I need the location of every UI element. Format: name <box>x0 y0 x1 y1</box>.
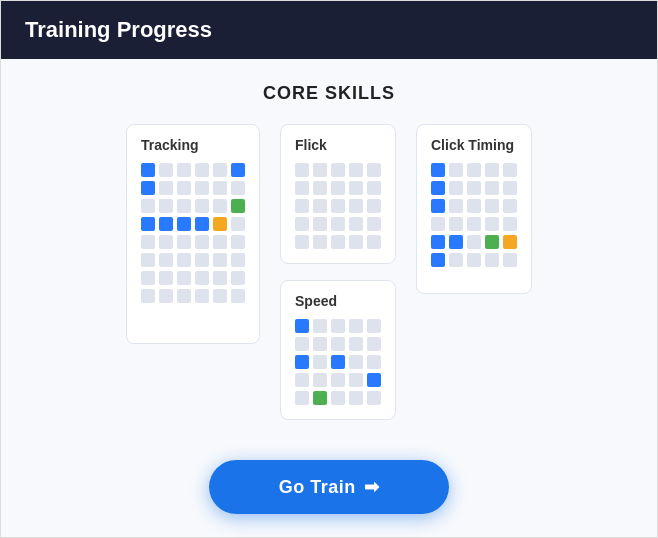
click-timing-card: Click Timing <box>416 124 532 294</box>
speed-card: Speed <box>280 280 396 420</box>
arrow-icon: ➡ <box>364 477 380 497</box>
tracking-title: Tracking <box>141 137 245 153</box>
go-train-button[interactable]: Go Train➡ <box>209 460 450 514</box>
header-title: Training Progress <box>25 17 212 42</box>
header: Training Progress <box>1 1 657 59</box>
section-title: CORE SKILLS <box>263 83 395 104</box>
tracking-card: Tracking <box>126 124 260 344</box>
click-timing-grid <box>431 163 517 267</box>
middle-col: Flick Speed <box>280 124 396 420</box>
skills-grid: Tracking <box>126 124 532 420</box>
click-timing-title: Click Timing <box>431 137 517 153</box>
flick-card: Flick <box>280 124 396 264</box>
flick-title: Flick <box>295 137 381 153</box>
flick-grid <box>295 163 381 249</box>
speed-grid <box>295 319 381 405</box>
main-content: CORE SKILLS Tracking <box>1 59 657 537</box>
tracking-grid <box>141 163 245 303</box>
app-container: Training Progress CORE SKILLS Tracking <box>0 0 658 538</box>
speed-title: Speed <box>295 293 381 309</box>
